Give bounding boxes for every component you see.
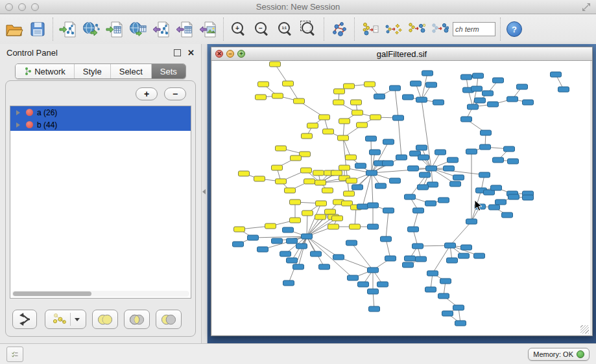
graph-node-selected[interactable]	[352, 110, 363, 115]
memory-status-button[interactable]: Memory: OK	[528, 348, 590, 361]
panel-splitter[interactable]	[201, 44, 208, 343]
graph-node-selected[interactable]	[285, 188, 296, 193]
horizontal-scrollbar[interactable]	[12, 291, 189, 297]
collapse-panel-icon[interactable]	[202, 189, 206, 194]
create-set-from-network-button[interactable]	[45, 310, 86, 329]
graph-node[interactable]	[433, 100, 444, 105]
graph-node[interactable]	[346, 240, 357, 245]
graph-node[interactable]	[453, 175, 464, 180]
first-neighbors-button[interactable]	[405, 16, 428, 42]
export-image-button[interactable]	[197, 16, 220, 42]
graph-node[interactable]	[438, 293, 449, 299]
close-window-icon[interactable]	[5, 3, 13, 11]
graph-node[interactable]	[393, 115, 404, 120]
graph-node[interactable]	[302, 234, 313, 239]
graph-node[interactable]	[368, 289, 379, 294]
graph-node[interactable]	[508, 194, 519, 199]
graph-node[interactable]	[508, 159, 519, 164]
graph-node[interactable]	[493, 78, 504, 83]
graph-node[interactable]	[408, 227, 419, 232]
graph-node[interactable]	[357, 204, 368, 209]
graph-node-selected[interactable]	[351, 100, 362, 105]
graph-node[interactable]	[493, 157, 504, 163]
graph-node-selected[interactable]	[276, 146, 287, 151]
graph-node[interactable]	[474, 253, 485, 258]
graph-node[interactable]	[293, 264, 304, 269]
remove-set-button[interactable]: −	[164, 87, 186, 100]
graph-node[interactable]	[368, 267, 379, 273]
import-network-web-button[interactable]	[80, 16, 103, 42]
graph-node[interactable]	[468, 104, 479, 109]
network-window-titlebar[interactable]: ✕ − + galFiltered.sif	[211, 47, 592, 61]
import-table-file-button[interactable]	[103, 16, 126, 42]
graph-node[interactable]	[385, 256, 396, 261]
close-panel-icon[interactable]: ✕	[187, 49, 195, 57]
apply-layout-button[interactable]	[328, 16, 351, 42]
graph-node[interactable]	[280, 251, 291, 256]
graph-node[interactable]	[405, 256, 416, 261]
graph-node[interactable]	[426, 82, 437, 87]
graph-node[interactable]	[471, 86, 483, 91]
graph-node-selected[interactable]	[258, 82, 269, 87]
graph-node-selected[interactable]	[290, 218, 301, 223]
minimize-window-icon[interactable]	[18, 3, 26, 11]
graph-node-selected[interactable]	[350, 224, 361, 229]
graph-node[interactable]	[348, 275, 359, 280]
graph-node[interactable]	[507, 97, 518, 102]
graph-node-selected[interactable]	[302, 133, 313, 139]
graph-node[interactable]	[480, 144, 491, 150]
graph-node[interactable]	[383, 161, 394, 166]
graph-node[interactable]	[283, 280, 294, 286]
difference-sets-button[interactable]	[156, 310, 182, 329]
graph-node-selected[interactable]	[322, 188, 333, 193]
graph-node[interactable]	[408, 166, 419, 171]
graph-node[interactable]	[257, 247, 268, 252]
graph-node[interactable]	[425, 287, 436, 292]
task-history-button[interactable]	[6, 347, 23, 362]
graph-node[interactable]	[466, 219, 477, 224]
graph-node-selected[interactable]	[272, 165, 283, 170]
graph-edge[interactable]	[372, 173, 373, 205]
graph-node-selected[interactable]	[302, 210, 313, 216]
graph-node[interactable]	[403, 95, 414, 100]
graph-node[interactable]	[405, 194, 416, 199]
graph-node[interactable]	[416, 145, 427, 150]
graph-node[interactable]	[248, 235, 259, 240]
export-table-button[interactable]	[173, 16, 197, 42]
graph-node-selected[interactable]	[307, 123, 318, 128]
graph-node[interactable]	[551, 72, 562, 77]
graph-node[interactable]	[287, 258, 298, 263]
import-network-file-button[interactable]	[56, 16, 80, 42]
float-panel-icon[interactable]	[174, 49, 181, 56]
graph-node-selected[interactable]	[346, 178, 357, 183]
graph-node-selected[interactable]	[339, 119, 350, 124]
graph-node[interactable]	[416, 256, 427, 262]
graph-node-selected[interactable]	[315, 180, 326, 185]
graph-node-selected[interactable]	[323, 129, 334, 134]
graph-node-selected[interactable]	[291, 155, 302, 161]
graph-node-selected[interactable]	[301, 168, 312, 173]
search-input[interactable]	[453, 22, 495, 36]
graph-node-selected[interactable]	[272, 93, 283, 98]
graph-node-selected[interactable]	[294, 98, 305, 104]
intersect-sets-button[interactable]	[124, 310, 150, 329]
graph-node[interactable]	[319, 264, 330, 269]
graph-node[interactable]	[489, 205, 500, 210]
graph-node[interactable]	[411, 81, 422, 86]
graph-node-selected[interactable]	[283, 81, 294, 86]
split-set-button[interactable]	[12, 310, 37, 329]
graph-node[interactable]	[366, 170, 377, 176]
graph-node[interactable]	[444, 166, 455, 171]
resize-grip[interactable]	[580, 325, 589, 334]
new-network-from-selection-button[interactable]	[358, 16, 381, 42]
graph-node-selected[interactable]	[325, 209, 336, 214]
tab-sets[interactable]: Sets	[152, 64, 185, 78]
graph-node[interactable]	[352, 185, 363, 190]
graph-edge[interactable]	[371, 139, 372, 173]
graph-node[interactable]	[383, 139, 394, 144]
tab-style[interactable]: Style	[75, 64, 111, 78]
graph-node[interactable]	[287, 238, 298, 244]
graph-node-selected[interactable]	[276, 179, 287, 184]
graph-node-selected[interactable]	[239, 171, 250, 176]
graph-node-selected[interactable]	[265, 223, 276, 229]
